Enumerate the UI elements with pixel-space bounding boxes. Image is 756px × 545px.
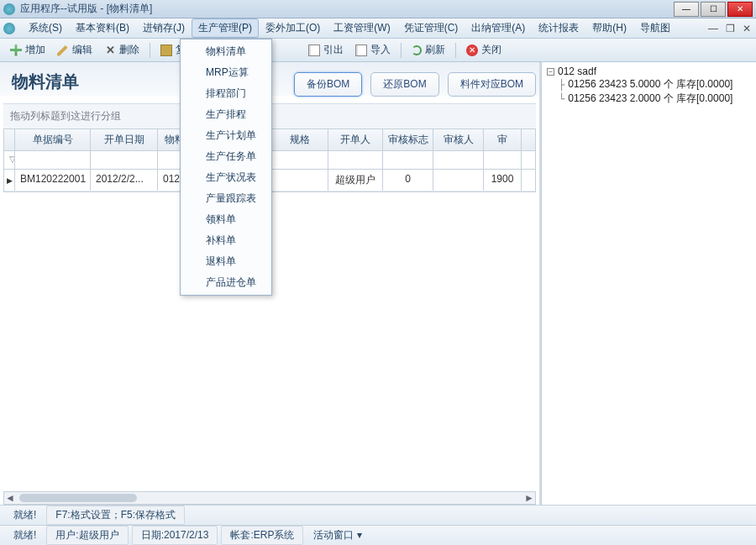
match-bom-button[interactable]: 料件对应BOM xyxy=(448,72,536,97)
filter-auditor[interactable] xyxy=(433,151,484,169)
row-indicator-icon: ▶ xyxy=(4,170,15,191)
filter-date[interactable] xyxy=(91,151,158,169)
page-icon xyxy=(308,45,320,56)
dd-prod-status[interactable]: 生产状况表 xyxy=(181,167,271,188)
export-button[interactable]: 引出 xyxy=(303,40,349,60)
dd-return[interactable]: 退料单 xyxy=(181,251,271,272)
menu-wage[interactable]: 工资管理(W) xyxy=(327,18,396,38)
dd-prod-schedule[interactable]: 生产排程 xyxy=(181,104,271,125)
status-bar-lower: 就绪! 用户:超级用户 日期:2017/2/13 帐套:ERP系统 活动窗口 ▾ xyxy=(0,525,756,545)
status-ready-2: 就绪! xyxy=(7,527,43,544)
dd-schedule-dept[interactable]: 排程部门 xyxy=(181,83,271,104)
window-title: 应用程序--试用版 - [物料清单] xyxy=(20,2,674,16)
dd-warehouse-in[interactable]: 产品进仓单 xyxy=(181,272,271,293)
close-icon: ✕ xyxy=(466,45,478,56)
cell-bill-no: BM120222001 xyxy=(15,170,91,191)
dd-mrp[interactable]: MRP运算 xyxy=(181,62,271,83)
mdi-controls: — ❐ ✕ xyxy=(707,23,753,34)
col-spec[interactable]: 规格 xyxy=(271,129,328,150)
col-auditor[interactable]: 审核人 xyxy=(433,129,484,150)
tree-item[interactable]: └ 01256 23423 2.0000 个 库存[0.0000] xyxy=(547,92,751,106)
scroll-thumb[interactable] xyxy=(19,494,137,502)
toolbar: 增加 编辑 ✕删除 复制 引出 导入 刷新 ✕关闭 xyxy=(0,39,756,62)
edit-button[interactable]: 编辑 xyxy=(52,40,97,60)
refresh-button[interactable]: 刷新 xyxy=(407,40,450,60)
page-icon xyxy=(355,45,367,56)
scroll-left-icon[interactable]: ◄ xyxy=(4,492,16,504)
tree-item-label: 01256 23423 5.0000 个 库存[0.0000] xyxy=(568,77,732,92)
scroll-right-icon[interactable]: ► xyxy=(523,492,535,504)
filter-icon[interactable]: ▽ xyxy=(4,151,15,169)
add-button[interactable]: 增加 xyxy=(5,40,50,60)
menu-basic-data[interactable]: 基本资料(B) xyxy=(69,18,136,38)
dd-prod-task[interactable]: 生产任务单 xyxy=(181,146,271,167)
status-bars: 就绪! F7:格式设置；F5:保存格式 就绪! 用户:超级用户 日期:2017/… xyxy=(0,505,756,545)
copy-icon xyxy=(160,45,172,56)
dd-bom[interactable]: 物料清单 xyxy=(181,41,271,62)
col-date[interactable]: 开单日期 xyxy=(91,129,158,150)
bom-button-row: 备份BOM 还原BOM 料件对应BOM xyxy=(294,72,536,97)
restore-bom-button[interactable]: 还原BOM xyxy=(370,72,438,97)
col-creator[interactable]: 开单人 xyxy=(328,129,383,150)
backup-bom-button[interactable]: 备份BOM xyxy=(294,72,362,97)
filter-creator[interactable] xyxy=(328,151,383,169)
import-button[interactable]: 导入 xyxy=(350,40,396,60)
toolbar-separator xyxy=(401,43,402,58)
dd-prod-plan[interactable]: 生产计划单 xyxy=(181,125,271,146)
col-audit[interactable]: 审 xyxy=(484,129,522,150)
col-bill-no[interactable]: 单据编号 xyxy=(15,129,91,150)
export-label: 引出 xyxy=(323,43,344,57)
menu-production[interactable]: 生产管理(P) xyxy=(192,18,259,38)
tree-connector-icon: ├ xyxy=(559,79,564,91)
dd-picking[interactable]: 领料单 xyxy=(181,209,271,230)
menu-outsource[interactable]: 委外加工(O) xyxy=(259,18,327,38)
horizontal-scrollbar[interactable]: ◄ ► xyxy=(3,491,536,505)
tree-item[interactable]: ├ 01256 23423 5.0000 个 库存[0.0000] xyxy=(547,77,751,92)
filter-audit-flag[interactable] xyxy=(383,151,433,169)
menu-system[interactable]: 系统(S) xyxy=(22,18,69,38)
status-account: 帐套:ERP系统 xyxy=(221,526,303,545)
status-user: 用户:超级用户 xyxy=(46,526,128,545)
refresh-label: 刷新 xyxy=(425,43,445,57)
content-area: 物料清单 备份BOM 还原BOM 料件对应BOM 拖动列标题到这进行分组 单据编… xyxy=(0,62,756,505)
mdi-close-icon[interactable]: ✕ xyxy=(741,23,753,34)
tree-root[interactable]: − 012 sadf xyxy=(547,66,751,77)
pencil-icon xyxy=(57,45,69,56)
col-audit-flag[interactable]: 审核标志 xyxy=(383,129,433,150)
menu-inventory[interactable]: 进销存(J) xyxy=(136,18,192,38)
minimize-button[interactable]: — xyxy=(674,2,699,17)
restore-button[interactable]: ☐ xyxy=(701,2,726,17)
menu-nav[interactable]: 导航图 xyxy=(633,18,677,38)
delete-button[interactable]: ✕删除 xyxy=(99,40,144,60)
collapse-icon[interactable]: − xyxy=(547,68,554,76)
dd-yield-track[interactable]: 产量跟踪表 xyxy=(181,188,271,209)
close-tool-button[interactable]: ✕关闭 xyxy=(461,40,507,60)
menu-reports[interactable]: 统计报表 xyxy=(532,18,585,38)
tree-root-label: 012 sadf xyxy=(558,66,596,77)
filter-audit[interactable] xyxy=(484,151,522,169)
close-label: 关闭 xyxy=(481,43,501,57)
cell-auditor xyxy=(433,170,484,191)
production-dropdown: 物料清单 MRP运算 排程部门 生产排程 生产计划单 生产任务单 生产状况表 产… xyxy=(180,39,272,296)
status-active-window[interactable]: 活动窗口 ▾ xyxy=(307,527,368,544)
status-ready: 就绪! xyxy=(7,506,43,524)
mdi-minimize-icon[interactable]: — xyxy=(707,23,719,34)
toolbar-separator xyxy=(150,43,150,58)
menu-bar: 系统(S) 基本资料(B) 进销存(J) 生产管理(P) 委外加工(O) 工资管… xyxy=(0,18,756,39)
filter-bill-no[interactable] xyxy=(15,151,91,169)
dd-replenish[interactable]: 补料单 xyxy=(181,230,271,251)
menu-cashier[interactable]: 出纳管理(A) xyxy=(465,18,532,38)
filter-spec[interactable] xyxy=(271,151,328,169)
import-label: 导入 xyxy=(370,43,391,57)
mdi-restore-icon[interactable]: ❐ xyxy=(724,23,736,34)
toolbar-separator xyxy=(455,43,456,58)
cell-audit-flag: 0 xyxy=(383,170,433,191)
tree-pane: − 012 sadf ├ 01256 23423 5.0000 个 库存[0.0… xyxy=(541,62,756,505)
cell-spec xyxy=(271,170,328,191)
close-button[interactable]: ✕ xyxy=(727,2,753,17)
title-bar: 应用程序--试用版 - [物料清单] — ☐ ✕ xyxy=(0,0,756,18)
cell-date: 2012/2/2... xyxy=(91,170,158,191)
menu-help[interactable]: 帮助(H) xyxy=(585,18,633,38)
menu-voucher[interactable]: 凭证管理(C) xyxy=(397,18,465,38)
edit-label: 编辑 xyxy=(72,43,92,57)
